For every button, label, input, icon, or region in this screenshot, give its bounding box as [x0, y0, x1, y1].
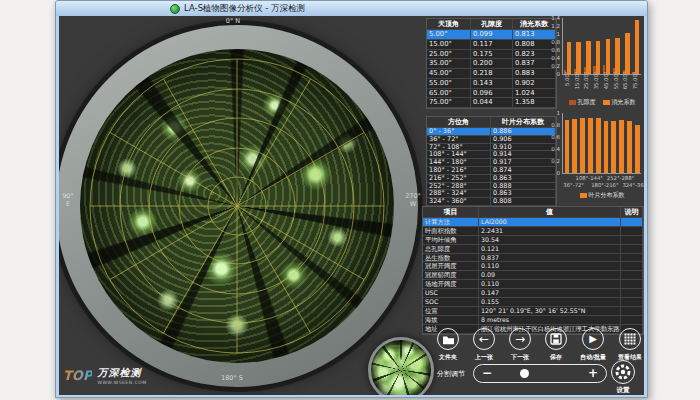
- save-icon: [550, 333, 562, 345]
- table-row[interactable]: 场地开阔度0.110: [423, 280, 643, 289]
- table-header: 项目值说明: [423, 207, 643, 218]
- table-row[interactable]: 位置120° 21' 0.19"E, 30° 16' 52.55"N: [423, 307, 643, 316]
- chart-plot-area: [562, 113, 641, 174]
- polar-grid-overlay: [80, 49, 394, 363]
- thumbnail-preview[interactable]: [368, 337, 434, 395]
- table-row[interactable]: SOC0.155: [423, 298, 643, 307]
- logo-mark: TOP: [63, 368, 92, 383]
- compass-north-label: 0° N: [213, 17, 253, 25]
- table-row[interactable]: 72° - 108°0.910: [427, 144, 556, 152]
- table-row[interactable]: 75.00°0.0441.358: [427, 98, 556, 108]
- gear-icon: [614, 363, 632, 381]
- table-row[interactable]: 288° - 324°0.863: [427, 190, 556, 198]
- table-row[interactable]: 252° - 288°0.888: [427, 183, 556, 191]
- settings-button[interactable]: [611, 360, 635, 384]
- table-row[interactable]: 45.00°0.2180.883: [427, 69, 556, 79]
- brand-logo: TOP 万深检测 WWW.WSEEN.COM: [63, 366, 147, 385]
- previous-image-button[interactable]: ← 上一张: [467, 328, 501, 362]
- title-bar[interactable]: LA-S植物图像分析仪 - 万深检测: [56, 1, 647, 16]
- logo-url: WWW.WSEEN.COM: [97, 380, 146, 385]
- zenith-angle-table: 天顶角孔隙度消光系数5.00°0.0990.81315.00°0.1170.80…: [426, 18, 557, 109]
- window-title: LA-S植物图像分析仪 - 万深检测: [184, 3, 305, 15]
- desktop: LA-S植物图像分析仪 - 万深检测 0° N 180°: [0, 0, 700, 400]
- table-row[interactable]: 25.00°0.1750.823: [427, 50, 556, 60]
- leaf-distribution-chart: 00.20.40.60.81108°-144°252°-288°36°-72°1…: [547, 113, 644, 204]
- table-row[interactable]: 计算方法LAI2000: [423, 218, 643, 227]
- table-row[interactable]: 0° - 36°0.886: [427, 128, 556, 136]
- compass-south-label: 180° S: [212, 374, 252, 382]
- settings-label: 设置: [607, 386, 639, 395]
- grid-icon: [624, 333, 636, 345]
- arrow-left-icon: ←: [479, 333, 489, 345]
- slider-plus-button[interactable]: +: [588, 366, 598, 380]
- fisheye-compass-ring: [59, 25, 418, 387]
- table-row[interactable]: 36° - 72°0.906: [427, 136, 556, 144]
- auto-batch-button[interactable]: ▶ 自动/批量: [576, 328, 610, 362]
- table-row[interactable]: 108° - 144°0.914: [427, 151, 556, 159]
- table-row[interactable]: 平均叶倾角30.54: [423, 236, 643, 245]
- folder-button[interactable]: 文件夹: [431, 328, 465, 362]
- chart-legend: 叶片分布系数: [561, 191, 643, 200]
- table-row[interactable]: 324° - 360°0.808: [427, 198, 556, 206]
- chart-plot-area: [562, 18, 641, 75]
- table-row[interactable]: USC0.147: [423, 289, 643, 298]
- slider-handle[interactable]: [520, 369, 529, 378]
- table-row[interactable]: 55.00°0.1430.902: [427, 79, 556, 89]
- app-icon: [170, 4, 180, 14]
- slider-minus-button[interactable]: −: [482, 366, 492, 380]
- next-image-button[interactable]: → 下一张: [503, 328, 537, 362]
- table-header: 方位角叶片分布系数: [427, 117, 556, 128]
- folder-icon: [442, 334, 455, 345]
- table-row[interactable]: 65.00°0.0961.024: [427, 89, 556, 99]
- play-icon: ▶: [589, 333, 597, 345]
- main-content: 0° N 180° S 90°E 270°W 天顶角孔隙度消光系数5.00°0.…: [59, 16, 644, 395]
- compass-east-label: 90°E: [59, 192, 77, 208]
- table-row[interactable]: 144° - 180°0.917: [427, 159, 556, 167]
- table-row[interactable]: 15.00°0.1170.808: [427, 40, 556, 50]
- table-row[interactable]: 180° - 216°0.874: [427, 167, 556, 175]
- app-window: LA-S植物图像分析仪 - 万深检测 0° N 180°: [55, 0, 648, 398]
- porosity-extinction-chart: 00.20.40.60.811.21.45.00°15.00°25.00°35.…: [547, 18, 644, 112]
- table-row[interactable]: 35.00°0.2000.837: [427, 59, 556, 69]
- table-header: 天顶角孔隙度消光系数: [427, 19, 556, 30]
- segmentation-slider[interactable]: − +: [473, 364, 607, 383]
- logo-name: 万深检测: [97, 366, 146, 380]
- compass-west-label: 270°W: [404, 192, 422, 208]
- segmentation-slider-label: 分割调节: [437, 369, 465, 379]
- table-row[interactable]: 216° - 252°0.863: [427, 175, 556, 183]
- table-row[interactable]: 冠层开阔度0.110: [423, 262, 643, 271]
- table-row[interactable]: 丛生指数0.837: [423, 254, 643, 263]
- table-row[interactable]: 叶面积指数2.2431: [423, 227, 643, 236]
- view-results-button[interactable]: 查看结果: [613, 328, 644, 362]
- chart-legend: 孔隙度消光系数: [561, 98, 643, 107]
- analysis-result-table: 项目值说明计算方法LAI2000叶面积指数2.2431平均叶倾角30.54总孔隙…: [422, 206, 644, 335]
- arrow-right-icon: →: [515, 333, 525, 345]
- save-button[interactable]: 保存: [539, 328, 573, 362]
- table-row[interactable]: 总孔隙度0.121: [423, 245, 643, 254]
- table-row[interactable]: 5.00°0.0990.813: [427, 30, 556, 40]
- azimuth-angle-table: 方位角叶片分布系数0° - 36°0.88636° - 72°0.90672° …: [426, 116, 557, 207]
- table-row[interactable]: 冠层郁闭度0.09: [423, 271, 643, 280]
- table-row[interactable]: 海拔8 metres: [423, 316, 643, 325]
